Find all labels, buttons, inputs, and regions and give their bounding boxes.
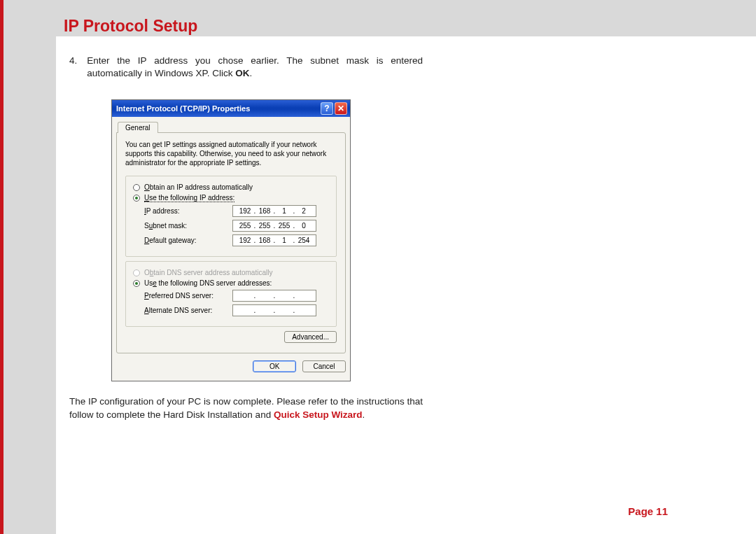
alternate-dns-label: Alternate DNS server:	[144, 307, 232, 314]
outro-period: .	[363, 409, 365, 420]
alternate-dns-field[interactable]: ...	[232, 304, 316, 316]
page-number: Page 11	[628, 505, 668, 517]
ip-address-field[interactable]: 192.168.1.2	[232, 205, 316, 217]
step-period: .	[250, 68, 253, 78]
radio-use-ip[interactable]: Use the following IP address:	[133, 194, 329, 202]
close-button[interactable]: ✕	[335, 102, 347, 115]
step-text-body: Enter the IP address you chose earlier. …	[87, 55, 423, 78]
radio-icon	[133, 269, 140, 276]
radio-obtain-dns: Obtain DNS server address automatically	[133, 269, 329, 276]
default-gateway-field[interactable]: 192.168.1.254	[232, 234, 316, 246]
help-icon: ?	[324, 104, 329, 113]
subnet-mask-row: Subnet mask: 255.255.255.0	[144, 220, 329, 232]
radio-icon	[133, 195, 140, 202]
cancel-button[interactable]: Cancel	[302, 360, 346, 372]
ip-group: Obtain an IP address automatically Use t…	[125, 176, 337, 257]
default-gateway-label: Default gateway:	[144, 237, 232, 244]
dialog-actions: OK Cancel	[116, 360, 346, 372]
ip-address-row: IP address: 192.168.1.2	[144, 205, 329, 217]
page-title: IP Protocol Setup	[64, 17, 197, 36]
help-button[interactable]: ?	[321, 102, 333, 115]
tcpip-properties-dialog: Internet Protocol (TCP/IP) Properties ? …	[111, 99, 351, 381]
subnet-mask-field[interactable]: 255.255.255.0	[232, 220, 316, 232]
subnet-mask-label: Subnet mask:	[144, 222, 232, 230]
step-4: 4. Enter the IP address you chose earlie…	[69, 55, 423, 80]
advanced-button[interactable]: Advanced...	[284, 331, 337, 343]
radio-icon	[133, 280, 140, 287]
advanced-row: Advanced...	[125, 331, 337, 343]
intro-text: You can get IP settings assigned automat…	[125, 140, 337, 167]
step-ok-word: OK	[235, 68, 249, 78]
dns-group: Obtain DNS server address automatically …	[125, 261, 337, 327]
preferred-dns-label: Preferred DNS server:	[144, 292, 232, 300]
close-icon: ✕	[337, 104, 344, 113]
outro-paragraph: The IP configuration of your PC is now c…	[69, 395, 423, 421]
left-gutter	[4, 36, 56, 534]
radio-use-ip-label: Use the following IP address:	[144, 194, 234, 202]
quick-setup-wizard-link: Quick Setup Wizard	[274, 409, 363, 420]
dialog-titlebar: Internet Protocol (TCP/IP) Properties ? …	[112, 100, 350, 117]
content-area: 4. Enter the IP address you chose earlie…	[69, 55, 423, 421]
radio-icon	[133, 184, 140, 191]
dialog-title: Internet Protocol (TCP/IP) Properties	[116, 104, 319, 113]
step-text: Enter the IP address you chose earlier. …	[87, 55, 423, 80]
tab-general[interactable]: General	[118, 122, 158, 133]
ip-address-label: IP address:	[144, 207, 232, 215]
radio-obtain-ip-label: Obtain an IP address automatically	[144, 183, 253, 191]
dialog-body: General You can get IP settings assigned…	[112, 117, 350, 381]
radio-obtain-dns-label: Obtain DNS server address automatically	[144, 269, 272, 276]
outro-text: The IP configuration of your PC is now c…	[69, 396, 423, 419]
alternate-dns-row: Alternate DNS server: ...	[144, 304, 329, 316]
radio-use-dns[interactable]: Use the following DNS server addresses:	[133, 279, 329, 287]
ok-button[interactable]: OK	[253, 360, 296, 372]
radio-use-dns-label: Use the following DNS server addresses:	[144, 279, 272, 287]
preferred-dns-row: Preferred DNS server: ...	[144, 290, 329, 302]
default-gateway-row: Default gateway: 192.168.1.254	[144, 234, 329, 246]
tab-panel-general: You can get IP settings assigned automat…	[116, 132, 346, 353]
radio-obtain-ip[interactable]: Obtain an IP address automatically	[133, 183, 329, 191]
preferred-dns-field[interactable]: ...	[232, 290, 316, 302]
step-number: 4.	[69, 55, 77, 80]
